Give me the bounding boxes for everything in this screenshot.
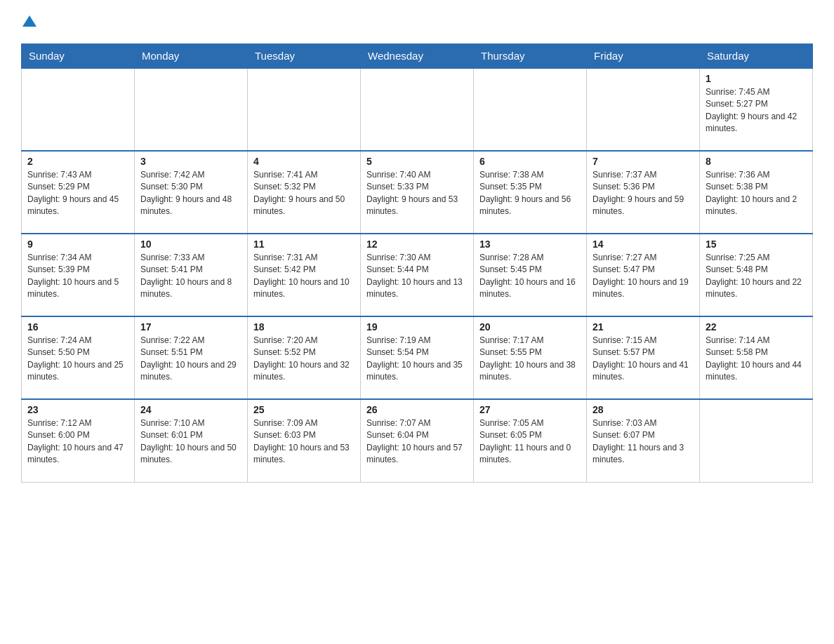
day-number: 26 [366, 404, 468, 415]
calendar-cell: 11Sunrise: 7:31 AMSunset: 5:42 PMDayligh… [248, 234, 361, 316]
day-info: Sunrise: 7:14 AMSunset: 5:58 PMDaylight:… [706, 335, 807, 384]
day-number: 4 [253, 156, 355, 167]
day-info: Sunrise: 7:37 AMSunset: 5:36 PMDaylight:… [593, 169, 694, 218]
day-info: Sunrise: 7:34 AMSunset: 5:39 PMDaylight:… [27, 252, 128, 301]
day-info: Sunrise: 7:45 AMSunset: 5:27 PMDaylight:… [706, 86, 807, 135]
day-info: Sunrise: 7:07 AMSunset: 6:04 PMDaylight:… [366, 417, 468, 467]
calendar-cell: 21Sunrise: 7:15 AMSunset: 5:57 PMDayligh… [587, 316, 700, 399]
day-number: 22 [706, 321, 807, 333]
day-number: 9 [27, 239, 128, 250]
day-number: 15 [706, 239, 807, 250]
calendar-cell: 24Sunrise: 7:10 AMSunset: 6:01 PMDayligh… [135, 399, 248, 482]
calendar-cell: 16Sunrise: 7:24 AMSunset: 5:50 PMDayligh… [22, 316, 135, 399]
day-info: Sunrise: 7:17 AMSunset: 5:55 PMDaylight:… [479, 335, 581, 384]
day-info: Sunrise: 7:22 AMSunset: 5:51 PMDaylight:… [140, 335, 241, 384]
calendar-cell: 13Sunrise: 7:28 AMSunset: 5:45 PMDayligh… [474, 234, 587, 316]
day-number: 10 [140, 239, 241, 250]
calendar-cell [248, 68, 361, 151]
day-number: 24 [140, 404, 241, 415]
day-info: Sunrise: 7:41 AMSunset: 5:32 PMDaylight:… [253, 169, 355, 218]
day-number: 13 [479, 239, 581, 250]
day-info: Sunrise: 7:10 AMSunset: 6:01 PMDaylight:… [140, 417, 241, 467]
day-number: 19 [366, 321, 468, 333]
calendar-cell: 14Sunrise: 7:27 AMSunset: 5:47 PMDayligh… [587, 234, 700, 316]
calendar-cell: 15Sunrise: 7:25 AMSunset: 5:48 PMDayligh… [700, 234, 813, 316]
day-info: Sunrise: 7:28 AMSunset: 5:45 PMDaylight:… [479, 252, 581, 301]
calendar-cell: 10Sunrise: 7:33 AMSunset: 5:41 PMDayligh… [135, 234, 248, 316]
calendar-cell: 26Sunrise: 7:07 AMSunset: 6:04 PMDayligh… [361, 399, 474, 482]
calendar-cell [361, 68, 474, 151]
calendar-header-row: SundayMondayTuesdayWednesdayThursdayFrid… [22, 44, 813, 69]
day-info: Sunrise: 7:15 AMSunset: 5:57 PMDaylight:… [593, 335, 694, 384]
calendar-cell [700, 399, 813, 482]
calendar-cell: 27Sunrise: 7:05 AMSunset: 6:05 PMDayligh… [474, 399, 587, 482]
day-number: 11 [253, 239, 355, 250]
calendar-cell: 2Sunrise: 7:43 AMSunset: 5:29 PMDaylight… [22, 151, 135, 234]
calendar-cell [587, 68, 700, 151]
calendar-table: SundayMondayTuesdayWednesdayThursdayFrid… [21, 43, 813, 483]
calendar-cell: 19Sunrise: 7:19 AMSunset: 5:54 PMDayligh… [361, 316, 474, 399]
svg-marker-0 [22, 15, 37, 27]
day-info: Sunrise: 7:12 AMSunset: 6:00 PMDaylight:… [27, 417, 128, 467]
calendar-week-row-4: 16Sunrise: 7:24 AMSunset: 5:50 PMDayligh… [22, 316, 813, 399]
calendar-cell [474, 68, 587, 151]
calendar-cell: 25Sunrise: 7:09 AMSunset: 6:03 PMDayligh… [248, 399, 361, 482]
calendar-cell: 28Sunrise: 7:03 AMSunset: 6:07 PMDayligh… [587, 399, 700, 482]
calendar-cell: 7Sunrise: 7:37 AMSunset: 5:36 PMDaylight… [587, 151, 700, 234]
day-info: Sunrise: 7:05 AMSunset: 6:05 PMDaylight:… [479, 417, 581, 467]
day-number: 18 [253, 321, 355, 333]
day-number: 21 [593, 321, 694, 333]
day-number: 5 [366, 156, 468, 167]
calendar-cell: 5Sunrise: 7:40 AMSunset: 5:33 PMDaylight… [361, 151, 474, 234]
day-info: Sunrise: 7:09 AMSunset: 6:03 PMDaylight:… [253, 417, 355, 467]
day-number: 14 [593, 239, 694, 250]
day-number: 28 [593, 404, 694, 415]
calendar-cell: 8Sunrise: 7:36 AMSunset: 5:38 PMDaylight… [700, 151, 813, 234]
day-number: 23 [27, 404, 128, 415]
day-number: 12 [366, 239, 468, 250]
day-info: Sunrise: 7:43 AMSunset: 5:29 PMDaylight:… [27, 169, 128, 218]
calendar-cell [135, 68, 248, 151]
weekday-header-thursday: Thursday [474, 44, 587, 69]
day-info: Sunrise: 7:03 AMSunset: 6:07 PMDaylight:… [593, 417, 694, 467]
calendar-week-row-2: 2Sunrise: 7:43 AMSunset: 5:29 PMDaylight… [22, 151, 813, 234]
calendar-cell: 20Sunrise: 7:17 AMSunset: 5:55 PMDayligh… [474, 316, 587, 399]
day-info: Sunrise: 7:42 AMSunset: 5:30 PMDaylight:… [140, 169, 241, 218]
day-info: Sunrise: 7:20 AMSunset: 5:52 PMDaylight:… [253, 335, 355, 384]
day-number: 27 [479, 404, 581, 415]
calendar-cell: 22Sunrise: 7:14 AMSunset: 5:58 PMDayligh… [700, 316, 813, 399]
day-info: Sunrise: 7:36 AMSunset: 5:38 PMDaylight:… [706, 169, 807, 218]
calendar-cell: 6Sunrise: 7:38 AMSunset: 5:35 PMDaylight… [474, 151, 587, 234]
day-number: 2 [27, 156, 128, 167]
calendar-cell: 17Sunrise: 7:22 AMSunset: 5:51 PMDayligh… [135, 316, 248, 399]
calendar-cell: 12Sunrise: 7:30 AMSunset: 5:44 PMDayligh… [361, 234, 474, 316]
day-info: Sunrise: 7:31 AMSunset: 5:42 PMDaylight:… [253, 252, 355, 301]
day-info: Sunrise: 7:38 AMSunset: 5:35 PMDaylight:… [479, 169, 581, 218]
weekday-header-monday: Monday [135, 44, 248, 69]
calendar-cell: 18Sunrise: 7:20 AMSunset: 5:52 PMDayligh… [248, 316, 361, 399]
weekday-header-saturday: Saturday [700, 44, 813, 69]
calendar-cell: 3Sunrise: 7:42 AMSunset: 5:30 PMDaylight… [135, 151, 248, 234]
weekday-header-tuesday: Tuesday [248, 44, 361, 69]
logo [21, 14, 37, 31]
day-number: 1 [706, 73, 807, 84]
calendar-cell: 9Sunrise: 7:34 AMSunset: 5:39 PMDaylight… [22, 234, 135, 316]
calendar-cell [22, 68, 135, 151]
day-info: Sunrise: 7:19 AMSunset: 5:54 PMDaylight:… [366, 335, 468, 384]
logo-triangle-icon [22, 14, 37, 28]
calendar-week-row-3: 9Sunrise: 7:34 AMSunset: 5:39 PMDaylight… [22, 234, 813, 316]
day-number: 6 [479, 156, 581, 167]
day-number: 17 [140, 321, 241, 333]
calendar-cell: 23Sunrise: 7:12 AMSunset: 6:00 PMDayligh… [22, 399, 135, 482]
weekday-header-sunday: Sunday [22, 44, 135, 69]
day-number: 7 [593, 156, 694, 167]
day-number: 20 [479, 321, 581, 333]
weekday-header-wednesday: Wednesday [361, 44, 474, 69]
calendar-week-row-5: 23Sunrise: 7:12 AMSunset: 6:00 PMDayligh… [22, 399, 813, 482]
day-info: Sunrise: 7:33 AMSunset: 5:41 PMDaylight:… [140, 252, 241, 301]
day-number: 3 [140, 156, 241, 167]
calendar-cell: 4Sunrise: 7:41 AMSunset: 5:32 PMDaylight… [248, 151, 361, 234]
weekday-header-friday: Friday [587, 44, 700, 69]
calendar-week-row-1: 1Sunrise: 7:45 AMSunset: 5:27 PMDaylight… [22, 68, 813, 151]
day-info: Sunrise: 7:24 AMSunset: 5:50 PMDaylight:… [27, 335, 128, 384]
